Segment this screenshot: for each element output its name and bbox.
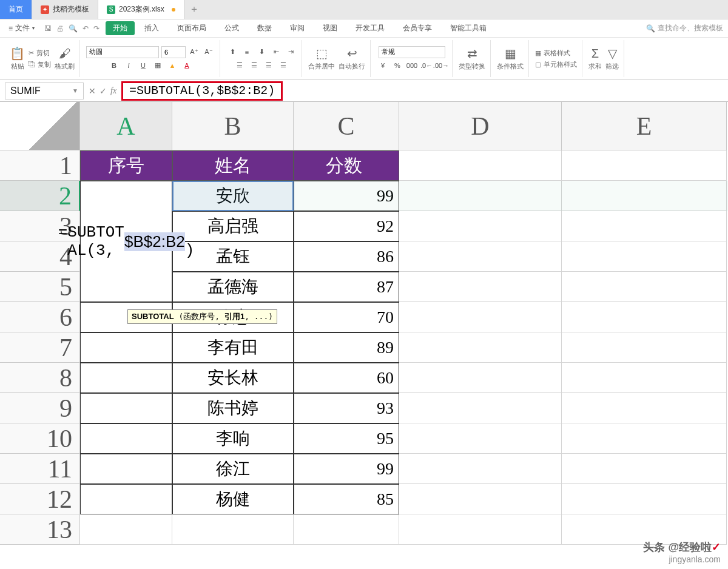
- save-icon[interactable]: 🖫: [44, 24, 52, 33]
- cut-button[interactable]: ✂剪切: [29, 49, 51, 58]
- currency-icon[interactable]: ¥: [377, 59, 389, 72]
- row-header[interactable]: 9: [0, 393, 80, 423]
- cell[interactable]: 孟德海: [172, 272, 294, 302]
- cell[interactable]: 陈书婷: [172, 393, 294, 423]
- filter-button[interactable]: ▽筛选: [605, 46, 619, 71]
- fill-color-icon[interactable]: ▲: [166, 59, 178, 72]
- decrease-font-icon[interactable]: A⁻: [203, 46, 215, 58]
- merge-center-button[interactable]: ⬚合并居中: [308, 46, 335, 71]
- cell[interactable]: [172, 514, 294, 545]
- font-size-select[interactable]: [161, 46, 186, 58]
- preview-icon[interactable]: 🔍: [69, 24, 78, 33]
- cell[interactable]: [80, 484, 172, 514]
- bold-icon[interactable]: B: [108, 59, 120, 72]
- cell[interactable]: [399, 484, 562, 514]
- row-header[interactable]: 12: [0, 484, 80, 514]
- menu-page-layout[interactable]: 页面布局: [169, 23, 215, 33]
- decimal-dec-icon[interactable]: .00→: [435, 59, 447, 72]
- row-header[interactable]: 10: [0, 423, 80, 454]
- cell[interactable]: [562, 332, 727, 363]
- cell[interactable]: [399, 423, 562, 454]
- cell[interactable]: [399, 211, 562, 241]
- cell[interactable]: [562, 150, 727, 181]
- cell[interactable]: [399, 272, 562, 302]
- cell[interactable]: 86: [294, 241, 399, 272]
- table-header[interactable]: 分数: [294, 150, 399, 181]
- cell[interactable]: 93: [294, 393, 399, 423]
- cell[interactable]: [399, 332, 562, 363]
- cell[interactable]: 安长林: [172, 363, 294, 393]
- row-header[interactable]: 7: [0, 332, 80, 363]
- cell[interactable]: [399, 241, 562, 272]
- fx-icon[interactable]: fx: [110, 86, 116, 96]
- col-header-b[interactable]: B: [172, 102, 294, 150]
- sum-button[interactable]: Σ求和: [588, 47, 602, 71]
- copy-button[interactable]: ⿻复制: [29, 60, 51, 69]
- cell-style-button[interactable]: ▢单元格样式: [535, 60, 577, 69]
- cell[interactable]: [562, 241, 727, 272]
- col-header-d[interactable]: D: [399, 102, 562, 150]
- row-header[interactable]: 1: [0, 150, 80, 181]
- cell[interactable]: 70: [294, 302, 399, 332]
- editing-cell[interactable]: =SUBTOTAL(3,$B$2:B2): [80, 181, 172, 302]
- menu-member[interactable]: 会员专享: [394, 23, 440, 33]
- row-header[interactable]: 13: [0, 514, 80, 545]
- accept-formula-icon[interactable]: ✓: [99, 86, 107, 96]
- cell[interactable]: 95: [294, 423, 399, 454]
- align-bottom-icon[interactable]: ⬇: [255, 46, 268, 58]
- command-search[interactable]: 🔍查找命令、搜索模板: [646, 23, 723, 33]
- indent-increase-icon[interactable]: ⇥: [285, 46, 297, 58]
- cell[interactable]: [562, 272, 727, 302]
- italic-icon[interactable]: I: [123, 59, 135, 72]
- cell[interactable]: [399, 363, 562, 393]
- col-header-c[interactable]: C: [294, 102, 399, 150]
- type-convert-button[interactable]: ⇄类型转换: [459, 46, 485, 71]
- menu-data[interactable]: 数据: [249, 23, 280, 33]
- wrap-text-button[interactable]: ↩自动换行: [339, 46, 365, 71]
- percent-icon[interactable]: %: [391, 59, 403, 72]
- cell[interactable]: [399, 150, 562, 181]
- align-middle-icon[interactable]: ≡: [241, 46, 253, 58]
- cell[interactable]: [399, 514, 562, 545]
- menu-file[interactable]: ≡文件▾: [5, 23, 38, 33]
- cell[interactable]: [80, 393, 172, 423]
- distribute-icon[interactable]: ☰: [277, 59, 289, 72]
- cell[interactable]: [80, 332, 172, 363]
- row-header[interactable]: 11: [0, 454, 80, 484]
- redo-icon[interactable]: ↷: [93, 24, 99, 33]
- cell[interactable]: [80, 514, 172, 545]
- cell[interactable]: 李响: [172, 423, 294, 454]
- cell[interactable]: 李有田: [172, 332, 294, 363]
- cell[interactable]: 徐江: [172, 454, 294, 484]
- tab-home[interactable]: 首页: [0, 0, 32, 19]
- cell[interactable]: 99: [294, 454, 399, 484]
- decimal-inc-icon[interactable]: .0←: [420, 59, 433, 72]
- align-center-icon[interactable]: ☰: [248, 59, 260, 72]
- cell[interactable]: [80, 363, 172, 393]
- cell[interactable]: 60: [294, 363, 399, 393]
- cell[interactable]: [562, 393, 727, 423]
- border-icon[interactable]: ▦: [152, 59, 164, 72]
- row-header[interactable]: 5: [0, 272, 80, 302]
- cell[interactable]: [294, 514, 399, 545]
- cell[interactable]: 安欣: [172, 181, 294, 211]
- align-top-icon[interactable]: ⬆: [226, 46, 238, 58]
- menu-review[interactable]: 审阅: [281, 23, 313, 33]
- cell[interactable]: 99: [294, 181, 399, 211]
- select-all-corner[interactable]: [0, 102, 80, 150]
- new-tab-button[interactable]: ＋: [184, 0, 204, 19]
- cell[interactable]: [399, 181, 562, 211]
- col-header-e[interactable]: E: [562, 102, 727, 150]
- cell[interactable]: 87: [294, 272, 399, 302]
- menu-smart-tools[interactable]: 智能工具箱: [442, 23, 495, 33]
- cancel-formula-icon[interactable]: ✕: [89, 86, 96, 96]
- cell[interactable]: [399, 454, 562, 484]
- format-painter-button[interactable]: 🖌格式刷: [55, 47, 75, 71]
- menu-formulas[interactable]: 公式: [216, 23, 248, 33]
- indent-decrease-icon[interactable]: ⇤: [270, 46, 282, 58]
- tab-workbook[interactable]: S2023案例.xlsx: [98, 0, 184, 19]
- cell[interactable]: [399, 302, 562, 332]
- table-style-button[interactable]: ▦表格样式: [535, 49, 577, 58]
- cell[interactable]: [562, 211, 727, 241]
- cell[interactable]: [562, 302, 727, 332]
